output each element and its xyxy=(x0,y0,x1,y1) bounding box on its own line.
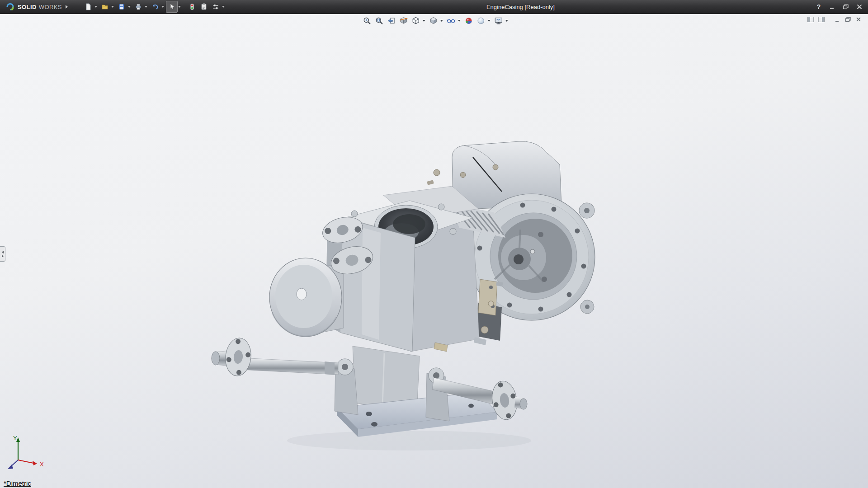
brand-solid-text: SOLID xyxy=(18,4,37,10)
triad-x-label: X xyxy=(40,461,44,468)
window-controls: ? xyxy=(815,3,863,11)
section-view-icon xyxy=(399,16,408,25)
view-settings-caret[interactable] xyxy=(505,20,508,22)
close-document-button[interactable] xyxy=(854,16,863,23)
triad-y-label: Y xyxy=(13,435,17,441)
close-document-icon xyxy=(855,16,862,23)
view-orientation-caret[interactable] xyxy=(423,20,425,22)
save-dropdown-caret[interactable] xyxy=(128,6,131,8)
triad-x-arrow xyxy=(33,461,37,465)
minimize-document-button[interactable] xyxy=(834,16,842,23)
zoom-to-fit-button[interactable] xyxy=(362,15,373,26)
open-dropdown-caret[interactable] xyxy=(111,6,114,8)
titlebar: SOLIDWORKS xyxy=(0,0,868,14)
view-orientation-cube-icon xyxy=(411,16,420,25)
new-dropdown-caret[interactable] xyxy=(94,6,97,8)
display-style-button[interactable] xyxy=(428,15,439,26)
minimize-icon xyxy=(829,4,835,9)
open-document-button[interactable] xyxy=(99,1,111,13)
display-pane-left-button[interactable] xyxy=(807,16,815,23)
section-view-button[interactable] xyxy=(398,15,409,26)
eyeglasses-icon xyxy=(447,16,456,25)
apply-scene-button[interactable] xyxy=(476,15,486,26)
close-window-button[interactable] xyxy=(855,3,863,11)
display-pane-left-icon xyxy=(807,16,815,23)
new-document-icon xyxy=(84,3,92,11)
triad-x-axis xyxy=(18,460,33,463)
edit-appearance-sphere-icon xyxy=(464,16,473,25)
edit-appearance-button[interactable] xyxy=(463,15,474,26)
document-title: EngineCasing [Read-only] xyxy=(226,4,815,10)
zoom-to-area-button[interactable] xyxy=(374,15,385,26)
brand-works-text: WORKS xyxy=(39,4,62,10)
print-button[interactable] xyxy=(132,1,144,13)
reference-triad: Y X xyxy=(2,433,52,476)
minimize-document-icon xyxy=(834,16,841,23)
select-cursor-icon xyxy=(168,3,176,11)
undo-arrow-icon xyxy=(151,3,159,11)
help-button[interactable]: ? xyxy=(815,3,823,11)
apply-scene-sphere-icon xyxy=(476,16,486,25)
minimize-window-button[interactable] xyxy=(828,3,836,11)
options-button[interactable] xyxy=(210,1,222,13)
splitter-expand-arrow-icon xyxy=(2,255,4,258)
print-dropdown-caret[interactable] xyxy=(145,6,147,8)
document-window-controls xyxy=(807,16,863,23)
hide-show-items-caret[interactable] xyxy=(458,20,461,22)
undo-dropdown-caret[interactable] xyxy=(161,6,164,8)
open-folder-icon xyxy=(101,3,109,11)
close-icon xyxy=(856,4,863,9)
view-orientation-button[interactable] xyxy=(410,15,421,26)
save-button[interactable] xyxy=(116,1,127,13)
hide-show-items-button[interactable] xyxy=(446,15,457,26)
rebuild-stoplight-icon xyxy=(188,3,196,11)
graphics-area[interactable]: Y X *Dimetric xyxy=(0,14,868,488)
save-floppy-icon xyxy=(118,3,126,11)
restore-document-icon xyxy=(844,16,852,23)
3ds-logo-icon xyxy=(4,2,15,12)
view-settings-monitor-icon xyxy=(494,16,503,25)
heads-up-view-toolbar xyxy=(362,15,509,26)
display-style-caret[interactable] xyxy=(440,20,443,22)
select-tool-button[interactable] xyxy=(166,1,178,13)
previous-view-button[interactable] xyxy=(386,15,397,26)
file-properties-icon xyxy=(200,3,208,11)
help-icon: ? xyxy=(817,3,821,10)
zoom-to-area-icon xyxy=(375,16,384,25)
panel-splitter-tab[interactable] xyxy=(0,246,5,262)
view-settings-button[interactable] xyxy=(493,15,504,26)
restore-document-button[interactable] xyxy=(844,16,852,23)
main-toolbar xyxy=(82,1,226,13)
options-dropdown-caret[interactable] xyxy=(222,6,225,8)
print-icon xyxy=(134,3,142,11)
new-document-button[interactable] xyxy=(82,1,94,13)
menu-expand-arrow-icon[interactable] xyxy=(66,5,68,9)
model-canvas[interactable] xyxy=(0,14,868,488)
display-pane-right-icon xyxy=(818,16,825,23)
restore-icon xyxy=(843,4,849,9)
display-style-cube-icon xyxy=(429,16,438,25)
options-sliders-icon xyxy=(212,3,220,11)
zoom-to-fit-icon xyxy=(363,16,372,25)
apply-scene-caret[interactable] xyxy=(488,20,491,22)
splitter-collapse-arrow-icon xyxy=(2,251,4,253)
solidworks-brand: SOLIDWORKS xyxy=(4,2,62,12)
undo-button[interactable] xyxy=(149,1,161,13)
view-orientation-label: *Dimetric xyxy=(4,479,31,487)
rebuild-button[interactable] xyxy=(186,1,198,13)
display-pane-right-button[interactable] xyxy=(817,16,826,23)
file-properties-button[interactable] xyxy=(198,1,210,13)
select-dropdown-caret[interactable] xyxy=(178,6,181,8)
restore-window-button[interactable] xyxy=(842,3,850,11)
previous-view-icon xyxy=(387,16,396,25)
